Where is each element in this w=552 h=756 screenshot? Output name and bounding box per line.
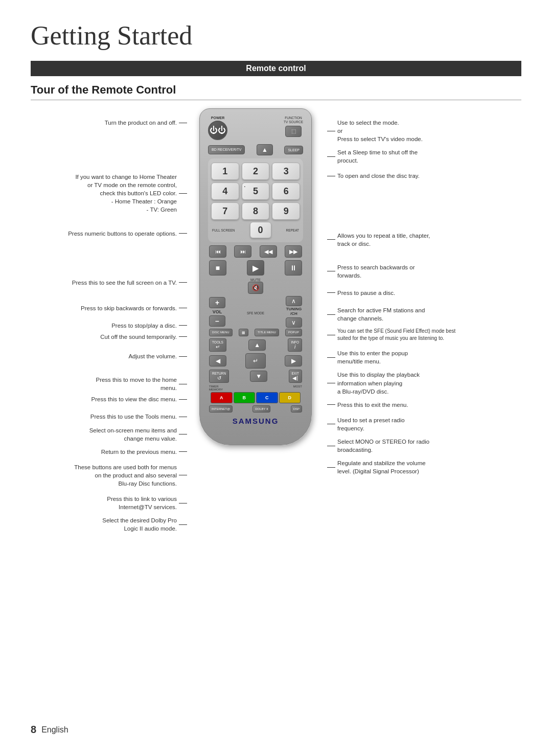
return-icon: ↺: [217, 375, 221, 381]
vol-down-button[interactable]: –: [209, 315, 225, 327]
mute-icon: 🔇: [252, 284, 260, 291]
playback-row: ■ ▶ ⏸: [208, 260, 303, 276]
ann-discmenu: Press this to view the disc menu.: [31, 395, 189, 403]
color-btn-d[interactable]: D: [279, 392, 301, 403]
numpad-section: 1 2 3 4 •5 6 7 8 9 FULL SCREEN: [208, 158, 303, 242]
num-btn-0[interactable]: 0: [250, 222, 271, 238]
prev-button[interactable]: ⏮: [209, 245, 226, 258]
ann-r-sfe: You can set the SFE (Sound Field Effect)…: [325, 328, 480, 342]
mute-label: MUTE: [250, 278, 261, 282]
num-btn-2[interactable]: 2: [242, 163, 270, 180]
sleep-button[interactable]: SLEEP: [284, 146, 303, 154]
bottom-row: INTERNET@ DOLBY II DSP: [208, 405, 303, 413]
bd-receiver-button[interactable]: BD RECEIVER/TV: [208, 145, 245, 154]
mute-button[interactable]: 🔇: [248, 282, 263, 294]
ann-r-sleep: Set a Sleep time to shut off theprocuct.: [325, 148, 480, 165]
nav-enter-button[interactable]: ↵: [245, 353, 266, 369]
title-menu-button[interactable]: TITLE MENU: [255, 329, 279, 336]
ann-tools: Press this to use the Tools menu.: [31, 413, 189, 421]
tools-label: TOOLS: [212, 340, 223, 344]
vol-up-button[interactable]: +: [209, 297, 225, 308]
menu-row: DISC MENU ▦ TITLE MENU POPUP: [208, 329, 303, 337]
ann-nav: Select on-screen menu items andchange me…: [31, 426, 189, 443]
popup-button[interactable]: POPUP: [285, 329, 302, 336]
color-btn-b[interactable]: B: [234, 392, 256, 403]
vol-tuning-row: + VOL – SFE MODE ∧ TUNING/CH ∨: [208, 296, 303, 328]
menu-icon: ▦: [242, 331, 245, 334]
num-btn-9[interactable]: 9: [272, 202, 300, 220]
ann-text-power: Turn the product on and off.: [105, 119, 177, 127]
return-exit-row: RETURN ↺ ▼ EXIT ◀|: [208, 370, 303, 383]
ann-internet: Press this to link to variousInternet@TV…: [31, 495, 189, 511]
repeat-label: REPEAT: [286, 228, 299, 232]
mute-section: MUTE 🔇: [208, 278, 303, 294]
dsp-button[interactable]: DSP: [291, 405, 302, 413]
nav-center-row: ◀ ↵ ▶: [208, 353, 303, 369]
tuning-up-button[interactable]: ∧: [286, 296, 302, 306]
exit-button[interactable]: EXIT ◀|: [289, 370, 302, 383]
footer: 8 English: [31, 724, 68, 736]
ann-vol: Adjust the volume.: [31, 352, 189, 360]
eject-icon: ▲: [262, 146, 268, 153]
function-label: FUNCTIONTV SOURCE: [284, 116, 303, 124]
ann-stop: Press to stop/play a disc.: [31, 322, 189, 330]
ann-mute: Cut off the sound temporarily.: [31, 333, 189, 341]
right-annotations: Use to select the mode.orPress to select…: [317, 108, 480, 538]
page-container: Getting Started Remote control Tour of t…: [0, 0, 552, 756]
num-btn-4[interactable]: 4: [211, 182, 239, 200]
nav-left-button[interactable]: ◀: [209, 355, 226, 366]
ann-numeric: Press numeric buttons to operate options…: [31, 230, 189, 238]
ann-r-eject: To open and close the disc tray.: [325, 172, 480, 180]
num-btn-1[interactable]: 1: [211, 163, 239, 180]
power-button[interactable]: ⏻: [208, 121, 227, 140]
ann-r-tuning: Search for active FM stations andchange …: [325, 306, 480, 323]
pause-button[interactable]: ⏸: [285, 260, 302, 276]
ann-r-info: Use this to display the playbackinformat…: [325, 371, 480, 395]
color-btn-c[interactable]: C: [256, 392, 278, 403]
tools-button[interactable]: TOOLS ↵: [209, 338, 226, 352]
tools-info-row: TOOLS ↵ ▲ INFO i: [208, 338, 303, 352]
left-annotations: Turn the product on and off. If you want…: [31, 108, 194, 538]
menu-button[interactable]: ▦: [239, 329, 248, 337]
ann-power: Turn the product on and off.: [31, 119, 189, 127]
ann-r-dsp: Regulate and stabilize the volumelevel. …: [325, 459, 480, 475]
eject-button[interactable]: ▲: [257, 144, 273, 155]
nav-up-button[interactable]: ▲: [248, 339, 266, 351]
samsung-logo: SAMSUNG: [208, 417, 303, 425]
power-label: POWER: [211, 116, 224, 120]
num-btn-8[interactable]: 8: [242, 202, 270, 220]
internet-button[interactable]: INTERNET@: [209, 405, 233, 413]
num-btn-6[interactable]: 6: [272, 182, 300, 200]
ann-dolby: Select the desired Dolby ProLogic II aud…: [31, 516, 189, 533]
sfe-label: SFE MODE: [247, 311, 264, 315]
color-btn-a[interactable]: A: [211, 392, 233, 403]
num-btn-5[interactable]: •5: [242, 182, 270, 200]
nav-right-button[interactable]: ▶: [285, 355, 302, 366]
footer-language: English: [41, 725, 68, 735]
disc-menu-button[interactable]: DISC MENU: [209, 329, 233, 336]
tuning-down-button[interactable]: ∨: [286, 317, 302, 328]
num-btn-7[interactable]: 7: [211, 202, 239, 220]
ffwd-button[interactable]: ▶▶: [285, 245, 302, 258]
exit-icon: ◀|: [292, 375, 298, 381]
ann-r-function: Use to select the mode.orPress to select…: [325, 119, 480, 143]
next-button[interactable]: ⏭: [234, 245, 251, 258]
transport-row: ⏮ ⏭ ◀◀ ▶▶: [208, 245, 303, 258]
ann-r-mono: Select MONO or STEREO for radiobroadcast…: [325, 438, 480, 454]
info-button[interactable]: INFO i: [288, 338, 302, 352]
num-btn-3[interactable]: 3: [272, 163, 300, 180]
pause-icon: ⏸: [290, 264, 297, 272]
remote-body: POWER ⏻ FUNCTIONTV SOURCE ⬚ BD RECEIV: [199, 108, 312, 445]
dolby-button[interactable]: DOLBY II: [252, 405, 270, 413]
enter-icon: ↵: [253, 357, 258, 364]
play-button[interactable]: ▶: [247, 260, 264, 276]
function-button[interactable]: ⬚: [285, 126, 302, 137]
stop-button[interactable]: ■: [209, 260, 226, 276]
info-label: INFO: [291, 340, 299, 344]
nav-down-button[interactable]: ▼: [250, 371, 267, 382]
return-button[interactable]: RETURN ↺: [209, 370, 229, 383]
rewind-button[interactable]: ◀◀: [260, 245, 277, 258]
vol-label: VOL: [213, 309, 222, 314]
section-header: Remote control: [31, 61, 521, 76]
vol-group: + VOL –: [209, 297, 225, 327]
